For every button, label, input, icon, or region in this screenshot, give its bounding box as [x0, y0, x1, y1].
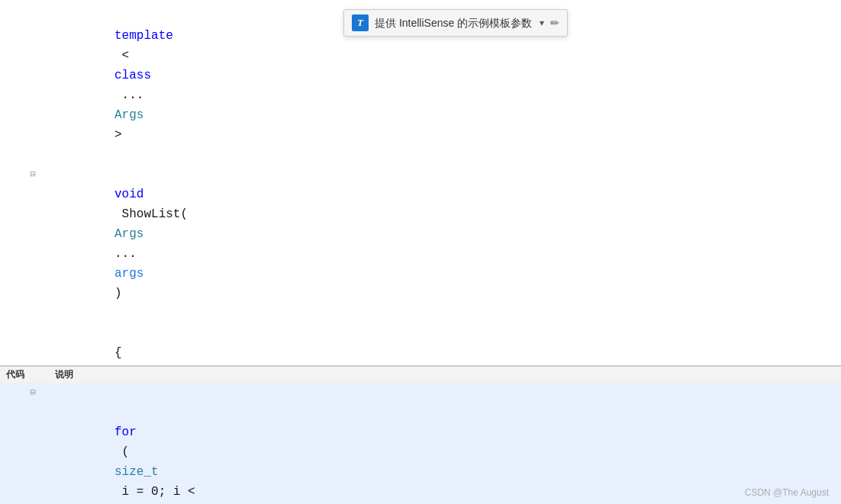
intellisense-tooltip: T 提供 IntelliSense 的示例模板参数 ▾ ✏ [343, 9, 568, 37]
code-line: ⊟ void ShowList( Args ... args ) [0, 165, 841, 323]
tooltip-edit-icon[interactable]: ✏ [550, 13, 559, 33]
code-line: ⊟ { [0, 323, 841, 383]
keyword-for: for [114, 425, 137, 439]
collapse-btn[interactable]: ⊟ [27, 387, 38, 398]
type-args: Args [114, 108, 143, 122]
code-line-highlighted: ⊟ for ( size_t i = 0; i < sizeof ...( ar… [0, 383, 841, 504]
code-content: { [38, 323, 841, 383]
code-content: void ShowList( Args ... args ) [38, 165, 841, 323]
type-size_t: size_t [114, 465, 159, 479]
tooltip-t-icon: T [352, 14, 369, 31]
keyword-void: void [114, 188, 143, 201]
param-args: args [114, 267, 143, 281]
collapse-btn[interactable]: ⊟ [27, 169, 38, 180]
tooltip-dropdown-arrow[interactable]: ▾ [540, 13, 544, 33]
watermark: CSDN @The August [745, 487, 829, 498]
tooltip-description: 提供 IntelliSense 的示例模板参数 [375, 13, 532, 33]
keyword-class: class [114, 69, 151, 82]
keyword-template: template [114, 29, 173, 43]
code-container: ⊟ template < class ... Args > T 提供 Intel… [0, 0, 841, 504]
code-content: for ( size_t i = 0; i < sizeof ...( args… [38, 383, 841, 504]
code-line: ⊟ template < class ... Args > T 提供 Intel… [0, 6, 841, 165]
type-args: Args [114, 227, 143, 241]
editor-area: ⊟ template < class ... Args > T 提供 Intel… [0, 0, 841, 366]
